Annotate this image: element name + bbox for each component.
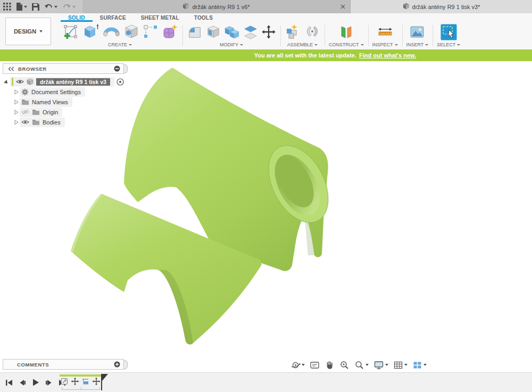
- tree-row-document-settings[interactable]: Document Settings: [3, 87, 124, 97]
- workspace-caret-icon: [39, 30, 43, 32]
- document-cube-icon: [403, 3, 410, 11]
- viewports-button[interactable]: [411, 360, 428, 370]
- dropdown-caret-icon: [457, 44, 460, 46]
- tree-row-root[interactable]: držák antény R9 1 tisk v3: [3, 77, 124, 87]
- tab-solid[interactable]: SOLID: [61, 13, 93, 22]
- tree-row-bodies[interactable]: Bodies: [3, 117, 124, 127]
- display-settings-button[interactable]: [372, 360, 390, 370]
- group-label-construct[interactable]: CONSTRUCT: [329, 42, 364, 49]
- fillet-icon[interactable]: [187, 23, 203, 40]
- orbit-caret-icon[interactable]: [302, 364, 305, 366]
- fit-button[interactable]: [353, 360, 370, 370]
- document-tab-active[interactable]: držák antény R9 1 tisk v3*: [351, 0, 532, 13]
- collapse-panel-icon[interactable]: [3, 66, 18, 71]
- feature-move-icon[interactable]: [92, 377, 101, 386]
- extrude-icon[interactable]: [82, 23, 99, 40]
- minimize-panel-icon[interactable]: [114, 65, 123, 72]
- add-comment-icon[interactable]: [114, 361, 123, 368]
- group-construct: CONSTRUCT: [325, 22, 368, 49]
- workspace-switcher-button[interactable]: DESIGN: [5, 18, 51, 45]
- tree-row-origin[interactable]: Origin: [3, 107, 124, 117]
- redo-caret-icon[interactable]: [72, 6, 76, 8]
- feature-base-icon[interactable]: [60, 377, 69, 386]
- undo-caret-icon[interactable]: [54, 6, 57, 8]
- expand-arrow-icon[interactable]: [12, 99, 20, 105]
- pattern-icon[interactable]: [143, 23, 159, 40]
- comments-panel-header[interactable]: COMMENTS: [3, 359, 124, 370]
- display-settings-caret-icon[interactable]: [385, 364, 388, 366]
- insert-image-icon[interactable]: [409, 23, 426, 40]
- group-label-inspect[interactable]: INSPECT: [372, 42, 398, 49]
- close-tab-icon[interactable]: [339, 3, 346, 10]
- visibility-hidden-eye-icon[interactable]: [21, 109, 29, 115]
- zoom-button[interactable]: [338, 360, 351, 370]
- group-label-assemble[interactable]: ASSEMBLE: [287, 42, 318, 49]
- revolve-icon[interactable]: [102, 23, 120, 40]
- visibility-eye-icon[interactable]: [16, 79, 24, 85]
- expand-arrow-icon[interactable]: [3, 79, 10, 85]
- expand-arrow-icon[interactable]: [12, 109, 20, 115]
- play-button[interactable]: [32, 379, 39, 386]
- timeline-group-highlight: [60, 374, 101, 377]
- tree-item-label[interactable]: Document Settings: [31, 89, 81, 95]
- grid-and-snaps-caret-icon[interactable]: [404, 364, 408, 366]
- undo-button[interactable]: [44, 3, 57, 10]
- timeline-position-marker[interactable]: [101, 374, 110, 390]
- hole-icon[interactable]: [123, 23, 140, 40]
- select-icon[interactable]: [440, 24, 457, 40]
- pan-button[interactable]: [323, 360, 336, 370]
- shell-icon[interactable]: [205, 23, 221, 40]
- tree-item-label[interactable]: Bodies: [43, 119, 61, 126]
- create-sketch-icon[interactable]: [62, 23, 80, 40]
- browser-panel-header[interactable]: BROWSER: [3, 63, 124, 74]
- redo-button[interactable]: [62, 3, 76, 10]
- gear-icon: [21, 88, 29, 96]
- save-button[interactable]: [32, 3, 39, 11]
- tree-item-label[interactable]: Origin: [43, 109, 58, 115]
- step-forward-button[interactable]: [45, 379, 53, 386]
- construct-plane-icon[interactable]: [338, 23, 355, 40]
- group-label-select[interactable]: SELECT: [437, 42, 460, 49]
- expand-arrow-icon[interactable]: [12, 119, 20, 126]
- app-grid-icon[interactable]: [3, 3, 11, 11]
- tree-item-label[interactable]: Named Views: [32, 99, 68, 105]
- banner-whats-new-link[interactable]: Find out what's new.: [359, 52, 416, 59]
- update-banner: You are all set with the latest update. …: [0, 49, 532, 61]
- go-to-beginning-button[interactable]: [5, 379, 13, 386]
- group-label-create[interactable]: CREATE: [108, 42, 132, 49]
- tab-sheet-metal[interactable]: SHEET METAL: [134, 13, 187, 22]
- measure-icon[interactable]: [377, 23, 394, 40]
- file-menu-button[interactable]: [16, 3, 27, 11]
- ribbon: SOLID SURFACE SHEET METAL TOOLS: [57, 13, 532, 49]
- look-at-button[interactable]: [308, 360, 321, 370]
- step-back-button[interactable]: [19, 379, 26, 386]
- active-component-bar: [12, 78, 13, 86]
- dropdown-caret-icon: [395, 44, 398, 46]
- group-label-modify[interactable]: MODIFY: [220, 42, 243, 49]
- feature-move-icon[interactable]: [71, 377, 79, 386]
- visibility-eye-icon[interactable]: [21, 119, 29, 125]
- expand-arrow-icon[interactable]: [12, 89, 20, 95]
- create-form-icon[interactable]: [161, 23, 178, 40]
- dropdown-caret-icon: [314, 44, 318, 46]
- viewport[interactable]: BROWSER: [0, 61, 532, 372]
- group-inspect: INSPECT: [368, 22, 402, 49]
- split-body-icon[interactable]: [243, 23, 259, 40]
- group-label-insert[interactable]: INSERT: [406, 42, 429, 49]
- tree-row-named-views[interactable]: Named Views: [3, 97, 124, 107]
- tab-tools[interactable]: TOOLS: [187, 13, 220, 22]
- feature-align-icon[interactable]: [81, 377, 90, 386]
- combine-icon[interactable]: [224, 23, 240, 40]
- fit-caret-icon[interactable]: [365, 364, 369, 366]
- joint-icon[interactable]: [304, 23, 320, 40]
- orbit-button[interactable]: [289, 360, 306, 370]
- new-component-icon[interactable]: [285, 23, 302, 40]
- root-component-name[interactable]: držák antény R9 1 tisk v3: [36, 78, 110, 86]
- activate-component-radio[interactable]: [117, 78, 124, 86]
- move-icon[interactable]: [261, 24, 276, 40]
- tab-surface[interactable]: SURFACE: [93, 13, 134, 22]
- view-navigation-bar: [289, 359, 428, 371]
- document-tab-inactive[interactable]: držák antény R9 1 v6*: [82, 0, 351, 13]
- viewports-caret-icon[interactable]: [423, 364, 427, 366]
- grid-and-snaps-button[interactable]: [392, 360, 409, 370]
